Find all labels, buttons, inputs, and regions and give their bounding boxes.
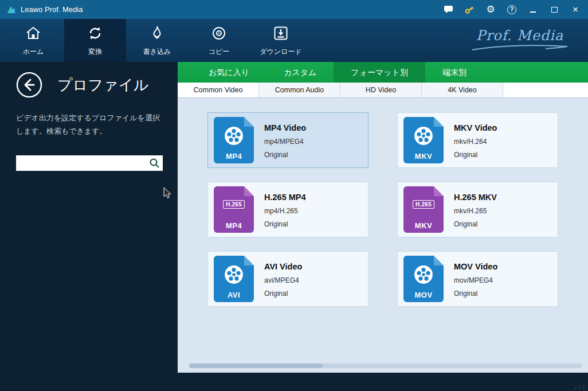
leawo-logo-icon [7,5,16,14]
help-icon[interactable]: ? [506,4,518,15]
search-icon[interactable] [149,158,160,171]
resize-grip[interactable]: .:: [573,383,586,390]
maximize-button[interactable] [548,4,560,15]
film-reel-icon [413,264,434,285]
app-window: Leawo Prof. Media ⚙ ? × ホーム 変 [0,0,588,391]
format-file-icon: MOV [403,256,444,302]
profile-name: MOV Video [454,262,497,271]
tab-by-format[interactable]: フォーマット別 [334,62,425,83]
format-badge: AVI [214,291,254,299]
close-button[interactable]: × [570,4,581,15]
profile-name: MKV Video [454,123,497,132]
nav-item-label: 書き込み [143,47,171,57]
folded-corner [434,186,444,196]
profile-name: H.265 MP4 [264,193,306,202]
back-button[interactable] [16,72,42,98]
home-icon [25,25,42,44]
statusbar: .:: [0,373,588,391]
film-reel-icon [224,126,244,146]
profile-quality: Original [454,290,497,298]
subtab-common-audio[interactable]: Common Audio [259,83,340,97]
codec-tag: H.265 [413,200,434,209]
profile-format: avi/MPEG4 [264,276,302,284]
subtab-common-video[interactable]: Common Video [178,83,259,97]
subtab-4k-video[interactable]: 4K Video [422,83,503,97]
folded-corner [244,117,254,127]
profile-card-mkv[interactable]: MKV MKV Video mkv/H.264 Original [397,112,558,168]
folded-corner [434,117,444,127]
titlebar: Leawo Prof. Media ⚙ ? × [0,0,588,19]
content-area: お気に入り カスタム フォーマット別 端末別 Common Video Comm… [178,62,588,373]
category-tabs: お気に入り カスタム フォーマット別 端末別 [178,62,588,83]
nav-item-convert[interactable]: 変換 [64,19,126,62]
window-title: Leawo Prof. Media [21,5,83,14]
profile-meta: H.265 MP4 mp4/H.265 Original [264,191,306,228]
format-file-icon: MP4 [214,117,254,163]
nav-item-label: ダウンロード [260,47,301,57]
profile-quality: Original [454,151,497,159]
brand-swoosh [471,44,569,52]
profile-meta: MKV Video mkv/H.264 Original [454,122,497,159]
sidebar-header: プロファイル [16,72,162,98]
nav-item-download[interactable]: ダウンロード [250,19,312,62]
nav-item-label: ホーム [23,47,44,57]
convert-icon [87,25,104,44]
nav-item-burn[interactable]: 書き込み [126,19,188,62]
gear-icon[interactable]: ⚙ [485,4,496,15]
nav-item-label: 変換 [88,47,102,57]
profile-quality: Original [264,151,306,159]
nav-item-home[interactable]: ホーム [2,19,64,62]
format-file-icon: AVI [214,256,254,302]
tab-by-device[interactable]: 端末別 [425,62,484,83]
profile-name: AVI Video [264,262,302,271]
close-label: × [573,5,578,14]
film-reel-icon [224,264,244,285]
main-area: プロファイル ビデオ出力を設定するプロファイルを選択します。検索もできます。 お… [0,62,588,373]
nav-item-copy[interactable]: コピー [188,19,250,62]
format-subtabs: Common Video Common Audio HD Video 4K Vi… [178,83,588,98]
codec-tag: H.265 [223,200,245,209]
brand-logo: Prof. Media [471,28,569,54]
format-file-icon: H.265 MKV [403,186,444,233]
horizontal-scrollbar[interactable] [189,363,582,368]
profile-name: H.265 MKV [454,193,497,202]
profile-card-mov[interactable]: MOV MOV Video mov/MPEG4 Original [397,251,558,307]
help-label: ? [507,5,516,14]
tab-favorites[interactable]: お気に入り [191,62,266,83]
sidebar-title: プロファイル [57,75,149,95]
format-badge: MOV [403,291,444,299]
key-icon[interactable] [464,4,475,15]
nav-item-label: コピー [209,47,230,57]
profile-meta: AVI Video avi/MPEG4 Original [264,261,302,298]
subtab-filler [503,83,588,97]
folded-corner [244,186,254,196]
burn-flame-icon [148,25,166,44]
profile-quality: Original [264,290,302,298]
search-input[interactable] [16,155,163,171]
profile-card-mp4[interactable]: MP4 MP4 Video mp4/MPEG4 Original [207,112,369,168]
folded-corner [434,256,444,265]
profile-format: mp4/MPEG4 [264,138,306,146]
profile-format: mkv/H.264 [454,138,497,146]
main-nav: ホーム 変換 書き込み コピー ダウンロード Prof. [0,19,588,62]
minimize-button[interactable] [527,4,539,15]
download-icon [272,25,289,44]
profile-card-h265-mkv[interactable]: H.265 MKV H.265 MKV mkv/H.265 Original [397,182,558,237]
film-reel-icon [413,126,434,146]
format-file-icon: MKV [403,117,444,163]
subtab-hd-video[interactable]: HD Video [340,83,422,97]
profile-card-avi[interactable]: AVI AVI Video avi/MPEG4 Original [207,251,369,307]
tab-custom[interactable]: カスタム [266,62,334,83]
search-box [16,155,163,171]
profile-meta: H.265 MKV mkv/H.265 Original [454,191,497,228]
profile-format: mkv/H.265 [454,207,497,215]
profile-meta: MOV Video mov/MPEG4 Original [454,261,497,298]
profile-grid: MP4 MP4 Video mp4/MPEG4 Original MKV [178,98,588,307]
message-icon[interactable] [442,4,454,15]
disc-copy-icon [210,25,228,44]
sidebar: プロファイル ビデオ出力を設定するプロファイルを選択します。検索もできます。 [0,62,178,373]
profile-card-h265-mp4[interactable]: H.265 MP4 H.265 MP4 mp4/H.265 Original [207,182,369,237]
brand-text: Prof. Media [471,28,569,44]
scrollbar-thumb[interactable] [189,363,323,368]
profile-name: MP4 Video [264,123,306,132]
